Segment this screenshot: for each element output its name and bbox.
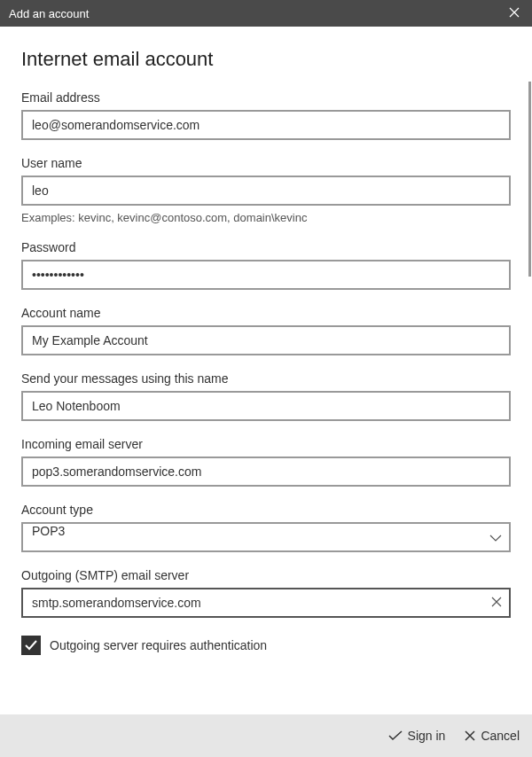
account-name-input[interactable] — [21, 325, 511, 355]
password-input[interactable] — [21, 260, 511, 290]
incoming-server-field-group: Incoming email server — [21, 437, 511, 487]
incoming-server-input[interactable] — [21, 457, 511, 487]
scrollbar[interactable] — [528, 82, 531, 277]
sign-in-button[interactable]: Sign in — [388, 729, 446, 743]
outgoing-auth-label: Outgoing server requires authentication — [50, 638, 267, 652]
outgoing-server-field-group: Outgoing (SMTP) email server — [21, 568, 511, 618]
password-label: Password — [21, 240, 511, 254]
password-field-group: Password — [21, 240, 511, 290]
email-input[interactable] — [21, 110, 511, 140]
checkmark-icon — [388, 730, 403, 741]
username-field-group: User name Examples: kevinc, kevinc@conto… — [21, 156, 511, 224]
checkmark-icon — [25, 640, 37, 651]
titlebar: Add an account — [0, 0, 532, 27]
dialog-content: Internet email account Email address Use… — [0, 27, 532, 714]
email-field-group: Email address — [21, 90, 511, 140]
username-input[interactable] — [21, 176, 511, 206]
username-helper: Examples: kevinc, kevinc@contoso.com, do… — [21, 211, 511, 224]
window-title: Add an account — [9, 7, 89, 20]
close-icon — [465, 730, 475, 741]
page-title: Internet email account — [21, 48, 511, 71]
clear-icon[interactable] — [491, 596, 502, 610]
send-name-field-group: Send your messages using this name — [21, 371, 511, 421]
send-name-input[interactable] — [21, 391, 511, 421]
outgoing-auth-checkbox[interactable] — [21, 636, 41, 655]
send-name-label: Send your messages using this name — [21, 371, 511, 386]
outgoing-label: Outgoing (SMTP) email server — [21, 568, 511, 582]
account-name-field-group: Account name — [21, 306, 511, 355]
cancel-button[interactable]: Cancel — [465, 729, 520, 743]
incoming-label: Incoming email server — [21, 437, 511, 451]
account-type-field-group: Account type POP3 — [21, 503, 511, 552]
account-type-select[interactable]: POP3 — [21, 522, 511, 552]
cancel-label: Cancel — [481, 729, 520, 743]
account-name-label: Account name — [21, 306, 511, 320]
outgoing-auth-row: Outgoing server requires authentication — [21, 636, 511, 655]
dialog-footer: Sign in Cancel — [0, 714, 532, 757]
account-type-label: Account type — [21, 503, 511, 517]
close-icon[interactable] — [505, 6, 523, 20]
sign-in-label: Sign in — [408, 729, 446, 743]
outgoing-server-input[interactable] — [21, 588, 511, 618]
username-label: User name — [21, 156, 511, 170]
email-label: Email address — [21, 90, 511, 105]
